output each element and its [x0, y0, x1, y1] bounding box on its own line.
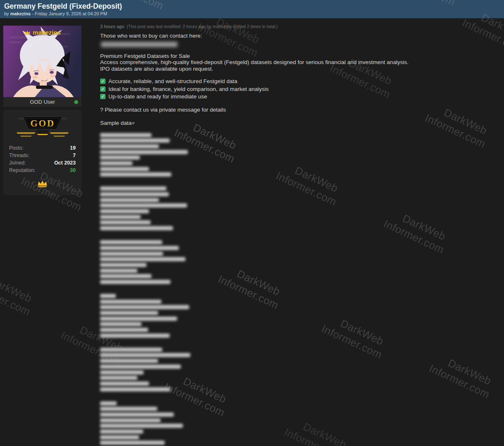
rank-crown — [9, 180, 76, 189]
redacted-line — [100, 226, 173, 230]
redacted-line — [100, 401, 117, 405]
redacted-line — [100, 305, 189, 309]
redacted-line — [100, 203, 187, 207]
redacted-line — [100, 150, 188, 154]
username-banner: makezins — [3, 29, 82, 36]
feature-text: Up-to-date and ready for immediate use — [108, 93, 207, 100]
redacted-line — [100, 269, 137, 273]
thread-byline: by makezins - Friday January 9, 2026 at … — [4, 11, 504, 16]
sample-block — [100, 348, 497, 391]
redacted-line — [100, 138, 170, 143]
redacted-line — [100, 133, 151, 137]
stat-label: Threads: — [9, 153, 29, 158]
stat-label: Joined: — [9, 160, 26, 166]
redacted-line — [100, 359, 158, 363]
feature-text: Ideal for banking, finance, yield compar… — [108, 86, 269, 93]
redacted-line — [100, 198, 159, 202]
user-role-row: GOD User — [3, 97, 82, 107]
redacted-line — [100, 257, 185, 261]
redacted-line — [100, 382, 149, 386]
redacted-line — [100, 294, 116, 298]
watermark-line1: DarkWeb — [0, 268, 38, 307]
redacted-line — [100, 424, 183, 428]
redacted-line — [100, 429, 143, 434]
post-body: Those who want to buy can contact here: … — [100, 33, 497, 445]
user-stats-card: GOD Posts:19Threads:7Joined:Oct 2023Repu… — [3, 110, 82, 195]
author-link[interactable]: makezins — [10, 11, 31, 16]
redacted-line — [100, 252, 163, 256]
redacted-line — [100, 186, 166, 191]
redacted-line — [100, 376, 137, 380]
feature-item: ✓Ideal for banking, finance, yield compa… — [100, 86, 497, 93]
redacted-line — [100, 300, 161, 304]
sample-block — [100, 401, 497, 445]
redacted-contact-link[interactable] — [101, 42, 178, 47]
redacted-line — [100, 370, 144, 374]
feature-list: ✓Accurate, reliable, and well-structured… — [100, 78, 497, 100]
redacted-line — [100, 365, 181, 369]
redacted-line — [100, 215, 141, 219]
sample-block — [100, 294, 497, 338]
redacted-line — [100, 334, 170, 338]
redacted-line — [100, 155, 140, 160]
redacted-line — [100, 161, 132, 165]
thread-title: Germany Festgeld (Fixed-Deposit) — [4, 2, 504, 10]
post-time: 3 hours ago — [100, 24, 124, 29]
stat-value: 7 — [73, 153, 76, 158]
sample-block — [100, 240, 497, 284]
check-icon: ✓ — [100, 79, 106, 84]
offer-heading: Premium Festgeld Datasets for Sale — [100, 53, 497, 60]
check-icon: ✓ — [100, 94, 106, 99]
redacted-line — [100, 246, 179, 250]
contact-note: ? Please contact us via private message … — [100, 107, 497, 113]
redacted-line — [100, 220, 151, 224]
username-link[interactable]: makezins — [33, 29, 61, 36]
stat-label: Reputation: — [9, 168, 36, 173]
redacted-line — [100, 240, 162, 244]
redacted-line — [100, 407, 157, 411]
redacted-line — [100, 172, 171, 176]
online-status-dot — [74, 100, 78, 104]
watermark: DarkWebInformer.com — [0, 268, 38, 318]
stat-row: Reputation:30 — [9, 168, 76, 173]
stat-value: Oct 2023 — [54, 160, 76, 166]
post-meta: 3 hours ago(This post was last modified:… — [100, 24, 497, 29]
avatar-image — [3, 26, 82, 97]
byline-suffix: - Friday January 9, 2026 at 04:20 PM — [31, 11, 107, 16]
feature-item: ✓Accurate, reliable, and well-structured… — [100, 78, 497, 85]
user-role-label: GOD User — [30, 99, 55, 105]
redacted-line — [100, 418, 161, 422]
feature-text: Accurate, reliable, and well-structured … — [108, 78, 237, 85]
redacted-line — [100, 413, 174, 417]
redacted-line — [100, 441, 165, 445]
redacted-line — [100, 387, 170, 391]
sample-block — [100, 133, 497, 177]
redacted-line — [100, 167, 149, 171]
redacted-line — [100, 348, 162, 352]
redacted-line — [100, 311, 158, 315]
redacted-line — [100, 322, 142, 326]
redacted-line — [100, 274, 151, 278]
offer-paragraph-1: Access comprehensive, high-quality fixed… — [100, 59, 497, 66]
watermark-line2: Informer.com — [0, 279, 32, 318]
stat-row: Posts:19 — [9, 145, 76, 151]
post-content: 3 hours ago(This post was last modified:… — [100, 24, 497, 446]
crown-icon — [37, 180, 48, 188]
redacted-line — [100, 209, 149, 213]
byline-prefix: by — [4, 11, 10, 16]
stat-row: Threads:7 — [9, 153, 76, 158]
stat-label: Posts: — [9, 145, 24, 151]
redacted-line — [100, 144, 159, 148]
avatar[interactable]: makezins — [3, 26, 82, 97]
sample-block — [100, 186, 497, 230]
offer-paragraph-2: IPO datasets are also available upon req… — [100, 66, 497, 72]
stat-row: Joined:Oct 2023 — [9, 160, 76, 166]
modified-note: (This post was last modified: 2 hours ag… — [127, 24, 278, 29]
god-badge-graphic: GOD — [14, 115, 71, 138]
redacted-line — [100, 317, 177, 321]
sample-data-label: Sample data= — [100, 120, 497, 126]
stat-value: 19 — [70, 145, 76, 151]
intro-text: Those who want to buy can contact here: — [100, 33, 497, 39]
stats-list: Posts:19Threads:7Joined:Oct 2023Reputati… — [9, 145, 76, 173]
crown-icon — [24, 30, 31, 35]
